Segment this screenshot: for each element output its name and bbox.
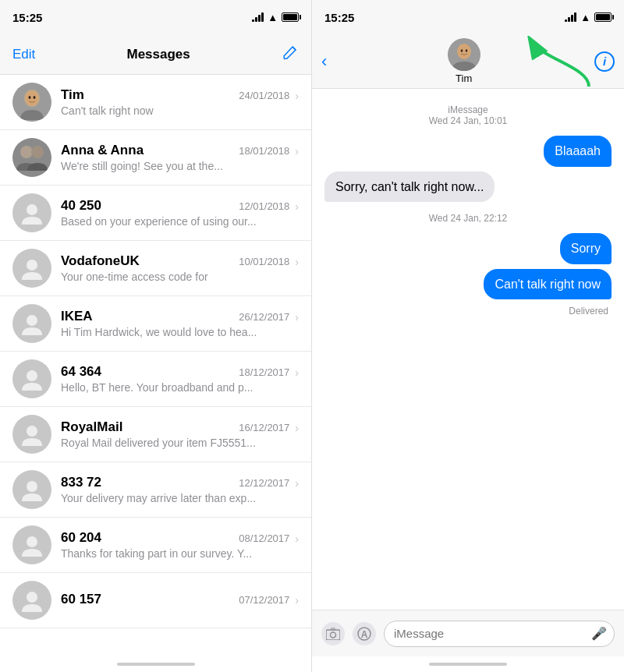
signal-bar-4 [261,12,264,22]
contact-name-83372: 833 72 [61,475,101,490]
message-header-64364: 64 364 18/12/2017 › [61,364,299,380]
svg-point-18 [460,49,463,52]
conversations-list: Tim 24/01/2018 › Can't talk right now [0,75,311,656]
conversation-ikea[interactable]: IKEA 26/12/2017 › Hi Tim Hardwick, we wo… [0,296,311,352]
status-time-right: 15:25 [324,11,354,24]
signal-bar-r1 [565,19,567,22]
message-preview-vodafone: Your one-time access code for [61,271,299,283]
message-header-83372: 833 72 12/12/2017 › [61,475,299,490]
signal-bar-3 [258,15,261,22]
chat-panel: 15:25 ▲ ‹ [312,0,624,672]
message-date-83372: 12/12/2017 › [239,477,299,490]
conversation-60157[interactable]: 60 157 07/12/2017 › [0,573,311,628]
conversation-vodafone[interactable]: VodafoneUK 10/01/2018 › Your one-time ac… [0,241,311,296]
svg-text:A: A [361,628,368,639]
wifi-icon-right: ▲ [580,12,590,23]
avatar-ikea [12,304,51,343]
message-header-royalmail: RoyalMail 16/12/2017 › [61,419,299,435]
person-icon-40250 [20,201,44,225]
message-header-60157: 60 157 07/12/2017 › [61,592,299,607]
svg-point-4 [34,96,36,99]
conversation-40250[interactable]: 40 250 12/01/2018 › Based on your experi… [0,186,311,241]
contact-avatar-svg [448,38,480,71]
conversation-royalmail[interactable]: RoyalMail 16/12/2017 › Royal Mail delive… [0,407,311,462]
battery-icon-right [594,12,612,22]
edit-button[interactable]: Edit [12,47,35,62]
message-content-64364: 64 364 18/12/2017 › Hello, BT here. Your… [61,364,299,394]
avatar-anna [12,138,51,177]
bubble-row-cant-talk: Can't talk right now [324,269,612,300]
avatar-royalmail [12,415,51,454]
message-input-wrap: 🎤 [384,621,615,647]
conversation-60204[interactable]: 60 204 08/12/2017 › Thanks for taking pa… [0,518,311,573]
appstore-button[interactable]: A [353,622,376,645]
back-button[interactable]: ‹ [321,51,327,72]
svg-point-2 [26,91,38,105]
contact-name-60157: 60 157 [61,592,101,607]
message-date-anna: 18/01/2018 › [239,145,299,157]
conversation-64364[interactable]: 64 364 18/12/2017 › Hello, BT here. Your… [0,352,311,407]
signal-bar-r2 [568,17,570,22]
battery-fill-left [283,14,297,20]
message-date-royalmail: 16/12/2017 › [239,422,299,434]
messages-list-panel: 15:25 ▲ Edit Messages [0,0,312,672]
apps-icon: A [357,627,371,641]
message-input[interactable] [384,621,615,647]
contact-avatar-right[interactable] [448,38,480,71]
message-date-60204: 08/12/2017 › [239,532,299,545]
message-header-60204: 60 204 08/12/2017 › [61,530,299,546]
person-icon-60157 [20,589,44,612]
svg-point-17 [457,44,471,59]
svg-point-7 [31,146,44,158]
conversation-83372[interactable]: 833 72 12/12/2017 › Your delivery may ar… [0,462,311,518]
message-content-83372: 833 72 12/12/2017 › Your delivery may ar… [61,475,299,504]
signal-bar-r4 [574,12,576,22]
avatar-60204 [12,525,51,564]
message-date-60157: 07/12/2017 › [239,594,299,607]
nav-bar-right: ‹ Tim i [312,34,624,89]
message-date-vodafone: 10/01/2018 › [239,256,299,268]
person-icon-60204 [20,533,44,557]
avatar-64364 [12,359,51,398]
contact-name-tim: Tim [61,87,84,103]
svg-point-12 [27,426,37,437]
contact-name-ikea: IKEA [61,309,93,324]
status-time-left: 15:25 [12,11,42,24]
bubble-row-blaaaah: Blaaaah [324,136,612,167]
battery-fill-right [596,14,610,20]
bubble-blaaaah: Blaaaah [544,136,612,167]
message-date-40250: 12/01/2018 › [239,200,299,213]
tim-avatar-svg [12,83,51,122]
message-preview-40250: Based on your experience of using our... [61,215,299,228]
bubble-row-sorry: Sorry [324,233,612,264]
conversation-tim[interactable]: Tim 24/01/2018 › Can't talk right now [0,75,311,130]
svg-point-10 [27,315,37,326]
message-content-vodafone: VodafoneUK 10/01/2018 › Your one-time ac… [61,253,299,283]
wifi-icon-left: ▲ [268,12,278,23]
message-date-tim: 24/01/2018 › [239,90,299,102]
svg-rect-5 [12,138,51,177]
bubble-row-sorry-cant: Sorry, can't talk right now... [324,172,612,203]
input-area: A 🎤 [312,610,624,656]
status-bar-left: 15:25 ▲ [0,0,311,34]
compose-button[interactable] [282,44,299,65]
home-bar-line-left [117,663,195,666]
person-icon-83372 [20,478,44,501]
message-content-60204: 60 204 08/12/2017 › Thanks for taking pa… [61,530,299,560]
info-button[interactable]: i [594,51,615,72]
camera-button[interactable] [321,622,345,645]
contact-name-64364: 64 364 [61,364,101,380]
status-icons-right: ▲ [565,12,612,23]
svg-point-6 [20,146,33,158]
svg-point-19 [465,49,467,52]
message-header-40250: 40 250 12/01/2018 › [61,198,299,214]
svg-rect-21 [326,630,340,640]
status-bar-right: 15:25 ▲ [312,0,624,34]
home-bar-left [0,656,311,672]
message-content-40250: 40 250 12/01/2018 › Based on your experi… [61,198,299,228]
svg-point-11 [27,370,37,381]
signal-bars-right [565,12,576,22]
conversation-anna[interactable]: Anna & Anna 18/01/2018 › We're still goi… [0,130,311,186]
svg-point-13 [27,481,37,492]
person-icon-vodafone [20,256,44,280]
